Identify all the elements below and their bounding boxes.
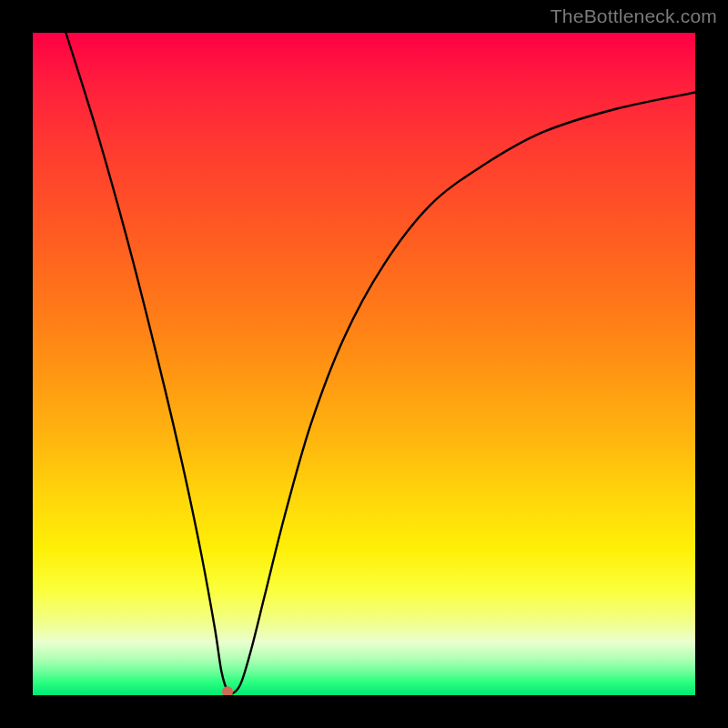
plot-area [33,33,695,695]
curve-layer [33,33,695,695]
minimum-marker [222,686,233,695]
watermark-text: TheBottleneck.com [551,5,717,27]
bottleneck-curve [66,33,695,693]
chart-frame: TheBottleneck.com [0,0,728,728]
